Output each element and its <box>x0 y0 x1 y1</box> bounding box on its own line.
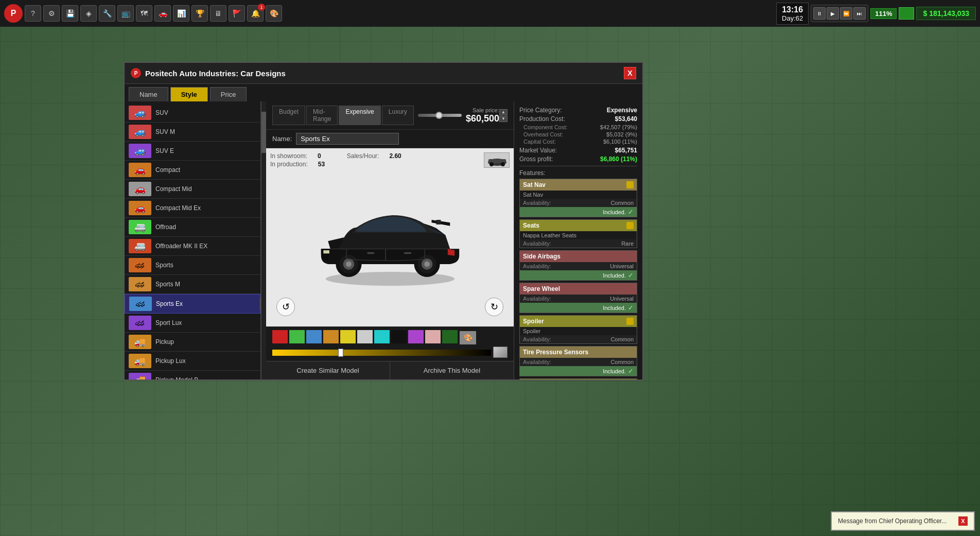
right-panel: Price Category: Expensive Production Cos… <box>514 101 642 379</box>
dialog-title-bar: P Positech Auto Industries: Car Designs … <box>125 63 642 84</box>
color-swatch-cyan[interactable] <box>374 330 390 343</box>
price-tab-expensive[interactable]: Expensive <box>339 106 380 125</box>
sale-price-display: Sale price: $60,500 <box>466 107 499 124</box>
feature-spoiler-sub: Spoiler <box>520 327 637 335</box>
notification-btn[interactable]: 🔔1 <box>247 5 264 22</box>
color-swatch-white[interactable] <box>357 330 373 343</box>
price-slider-thumb[interactable] <box>435 112 443 119</box>
gross-profit-label: Gross profit: <box>519 155 553 163</box>
car-thumb-sport-lux: 🏎 <box>129 316 151 330</box>
color-swatch-pink[interactable] <box>425 330 441 343</box>
archive-model-button[interactable]: Archive This Model <box>390 361 514 379</box>
car-name-compact-mid-ex: Compact Mid Ex <box>155 204 201 212</box>
speed-bar <box>899 7 914 20</box>
price-down-button[interactable]: ▼ <box>499 116 507 122</box>
car-item-suv-m[interactable]: 🚙 SUV M <box>125 123 260 142</box>
money-display: $ 181,143,033 <box>916 7 976 20</box>
stats-button[interactable]: 📊 <box>173 5 189 22</box>
color-swatch-red[interactable] <box>272 330 288 343</box>
tab-price[interactable]: Price <box>210 87 247 101</box>
car-item-sports-ex[interactable]: 🏎 Sports Ex Sports Ex <box>125 294 260 314</box>
car-item-compact-mid[interactable]: 🚗 Compact Mid <box>125 180 260 199</box>
feature-spare-wheel-availability: Availability: Universal <box>520 295 637 303</box>
color-swatch-black[interactable] <box>391 330 407 343</box>
price-category-row: Price Category: Expensive <box>519 107 637 114</box>
capital-cost-detail: Capital Cost: $6,100 (11%) <box>519 139 637 145</box>
map-button[interactable]: 🗺 <box>136 5 152 22</box>
metallic-swatch[interactable] <box>493 347 507 358</box>
car-name-input[interactable] <box>296 133 399 145</box>
feature-tire-pressure-included: Included. ✓ <box>520 366 637 376</box>
price-tab-luxury[interactable]: Luxury <box>382 106 414 125</box>
color-swatch-purple[interactable] <box>408 330 424 343</box>
color-slider-thumb[interactable] <box>338 349 343 357</box>
feature-seats-sub: Nappa Leather Seats <box>520 231 637 239</box>
top-bar: P ? ⚙ 💾 ◈ 🔧 📺 🗺 🚗 📊 🏆 🖥 🚩 🔔1 🎨 13:16 Day… <box>0 0 980 27</box>
car-item-offroad[interactable]: 🚐 Offroad <box>125 218 260 237</box>
color-gradient-slider[interactable] <box>272 350 491 356</box>
trophy-button[interactable]: 🏆 <box>191 5 208 22</box>
car-button[interactable]: 🚗 <box>154 5 171 22</box>
car-item-sports-m[interactable]: 🏎 Sports M <box>125 275 260 294</box>
feature-sat-nav-included: Included. ✓ <box>520 207 637 217</box>
car-item-sports[interactable]: 🏎 Sports <box>125 256 260 275</box>
car-item-compact-mid-ex[interactable]: 🚗 Compact Mid Ex <box>125 199 260 218</box>
color-swatch-green[interactable] <box>289 330 305 343</box>
fast-forward-button[interactable]: ⏩ <box>840 7 852 20</box>
price-tab-midrange[interactable]: Mid-Range <box>306 106 338 125</box>
component-cost-value: $42,507 (79%) <box>600 124 637 130</box>
tab-style[interactable]: Style <box>170 87 208 101</box>
component-cost-label: Component Cost: <box>523 124 568 130</box>
market-value-value: $65,751 <box>615 147 637 154</box>
rotate-right-button[interactable]: ↻ <box>485 298 503 316</box>
price-up-button[interactable]: ▲ <box>499 109 507 115</box>
car-thumb-pickup-lux: 🚚 <box>129 354 151 368</box>
flag-button[interactable]: 🚩 <box>229 5 245 22</box>
color-swatch-orange[interactable] <box>323 330 339 343</box>
car-item-compact[interactable]: 🚗 Compact <box>125 161 260 180</box>
car-item-pickup-model-b[interactable]: 🚚 Pickup Model B <box>125 371 260 379</box>
sales-hour-value: 2.60 <box>389 152 401 160</box>
app-logo[interactable]: P <box>4 4 23 23</box>
settings-button[interactable]: ⚙ <box>43 5 60 22</box>
layers-button[interactable]: ◈ <box>80 5 97 22</box>
production-cost-row: Production Cost: $53,640 <box>519 115 637 123</box>
price-tab-budget[interactable]: Budget <box>272 106 305 125</box>
car-item-offroader-mk2[interactable]: 🚐 Offroader MK II EX <box>125 237 260 256</box>
car-item-suv-e[interactable]: 🚙 SUV E <box>125 142 260 161</box>
gross-profit-value: $6,860 (11%) <box>600 155 637 163</box>
price-slider[interactable] <box>418 114 462 117</box>
feature-tire-pressure-header: Tire Pressure Sensors <box>520 347 637 358</box>
paint-sample-button[interactable]: 🎨 <box>460 331 476 344</box>
pause-button[interactable]: ⏸ <box>813 7 826 20</box>
car-item-suv[interactable]: 🚙 SUV <box>125 103 260 123</box>
tv-button[interactable]: 📺 <box>117 5 134 22</box>
car-thumb-pickup: 🚚 <box>129 335 151 349</box>
notification-close-button[interactable]: X <box>958 516 968 526</box>
car-item-pickup-lux[interactable]: 🚚 Pickup Lux <box>125 352 260 371</box>
car-name-pickup: Pickup <box>155 338 174 345</box>
feature-vent-header: Vent <box>520 379 637 379</box>
tools-button[interactable]: 🔧 <box>99 5 115 22</box>
tab-name[interactable]: Name <box>129 87 168 101</box>
car-thumb-sports-m: 🏎 <box>129 277 151 291</box>
rotate-left-button[interactable]: ↺ <box>276 298 295 316</box>
color-section: 🎨 <box>266 326 514 361</box>
paint-button[interactable]: 🎨 <box>266 5 282 22</box>
color-swatch-dark-green[interactable] <box>442 330 458 343</box>
save-button[interactable]: 💾 <box>62 5 78 22</box>
create-similar-button[interactable]: Create Similar Model <box>266 361 390 379</box>
car-item-sport-lux[interactable]: 🏎 Sport Lux <box>125 314 260 333</box>
help-button[interactable]: ? <box>25 5 41 22</box>
monitor-button[interactable]: 🖥 <box>210 5 226 22</box>
check-icon-spare-wheel: ✓ <box>628 304 634 312</box>
car-thumb-offroad: 🚐 <box>129 220 151 234</box>
in-showroom-label: In showroom: <box>270 152 307 160</box>
color-swatch-yellow[interactable] <box>340 330 356 343</box>
car-item-pickup[interactable]: 🚚 Pickup <box>125 333 260 352</box>
skip-button[interactable]: ⏭ <box>853 7 866 20</box>
color-swatch-blue[interactable] <box>306 330 322 343</box>
play-button[interactable]: ▶ <box>827 7 839 20</box>
close-button[interactable]: X <box>624 67 636 79</box>
car-list-scrollbar[interactable] <box>261 101 266 379</box>
